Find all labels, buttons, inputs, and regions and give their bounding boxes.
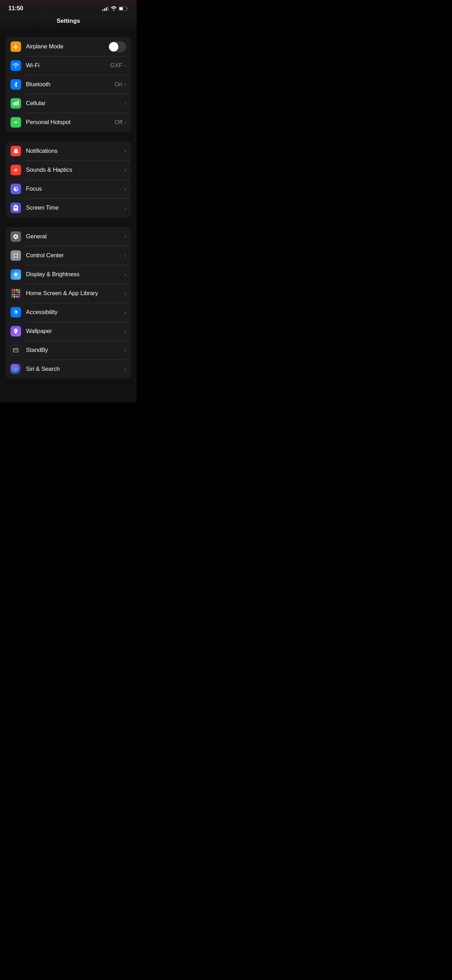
hotspot-icon	[11, 117, 21, 127]
standby-item[interactable]: StandBy ›	[6, 341, 131, 360]
screentime-icon	[11, 203, 21, 213]
hotspot-value: Off	[115, 119, 122, 126]
siri-item[interactable]: Siri & Search ›	[6, 360, 131, 379]
screentime-item[interactable]: Screen Time ›	[6, 198, 131, 217]
cellular-icon	[11, 98, 21, 109]
homescreen-item[interactable]: Home Screen & App Library ›	[6, 284, 131, 303]
hotspot-label: Personal Hotspot	[26, 119, 115, 126]
wifi-value: GXF	[110, 62, 122, 69]
display-item[interactable]: Display & Brightness ›	[6, 265, 131, 284]
siri-label: Siri & Search	[26, 366, 124, 372]
wallpaper-label: Wallpaper	[26, 328, 124, 335]
svg-rect-12	[13, 348, 18, 352]
general-item[interactable]: General ›	[6, 227, 131, 246]
siri-icon	[11, 364, 21, 374]
siri-chevron: ›	[124, 366, 126, 372]
notifications-item[interactable]: Notifications ›	[6, 142, 131, 161]
svg-rect-8	[16, 253, 16, 255]
airplane-mode-toggle[interactable]	[108, 41, 126, 52]
display-icon	[11, 269, 21, 280]
svg-point-13	[14, 349, 16, 350]
wifi-icon	[11, 60, 21, 71]
wallpaper-item[interactable]: Wallpaper ›	[6, 322, 131, 341]
accessibility-chevron: ›	[124, 310, 126, 315]
focus-label: Focus	[26, 185, 124, 192]
notifications-group: Notifications › Sounds & Haptics ›	[6, 142, 131, 217]
cellular-label: Cellular	[26, 100, 124, 107]
display-chevron: ›	[124, 272, 126, 277]
svg-point-5	[17, 256, 18, 258]
airplane-mode-label: Airplane Mode	[26, 43, 108, 50]
cellular-item[interactable]: Cellular ›	[6, 94, 131, 113]
controlcenter-label: Control Center	[26, 252, 124, 259]
focus-chevron: ›	[124, 186, 126, 192]
focus-icon	[11, 184, 21, 194]
notifications-chevron: ›	[124, 148, 126, 154]
standby-label: StandBy	[26, 347, 124, 354]
wifi-status-icon	[111, 6, 117, 11]
wallpaper-chevron: ›	[124, 328, 126, 334]
wifi-chevron: ›	[124, 63, 126, 68]
status-icons	[102, 6, 128, 11]
screentime-chevron: ›	[124, 205, 126, 211]
sounds-chevron: ›	[124, 167, 126, 173]
homescreen-label: Home Screen & App Library	[26, 290, 124, 297]
sounds-label: Sounds & Haptics	[26, 167, 124, 173]
svg-rect-14	[16, 349, 18, 350]
controlcenter-chevron: ›	[124, 253, 126, 258]
bluetooth-item[interactable]: Bluetooth On ›	[6, 75, 131, 94]
bluetooth-label: Bluetooth	[26, 81, 115, 88]
display-label: Display & Brightness	[26, 271, 124, 278]
page-title: Settings	[0, 15, 137, 30]
connectivity-group: Airplane Mode Wi-Fi GXF › Bluetooth On	[6, 37, 131, 132]
wifi-label: Wi-Fi	[26, 62, 110, 69]
controlcenter-item[interactable]: Control Center ›	[6, 246, 131, 265]
signal-icon	[102, 6, 108, 11]
controlcenter-icon	[11, 250, 21, 261]
svg-point-11	[16, 310, 16, 311]
status-time: 11:50	[8, 5, 23, 12]
general-icon	[11, 231, 21, 242]
svg-point-2	[14, 253, 15, 255]
accessibility-item[interactable]: Accessibility ›	[6, 303, 131, 322]
svg-rect-6	[14, 255, 15, 256]
notifications-label: Notifications	[26, 148, 124, 154]
svg-rect-7	[17, 255, 18, 256]
svg-point-3	[17, 253, 18, 255]
airplane-mode-item[interactable]: Airplane Mode	[6, 37, 131, 56]
svg-rect-9	[16, 256, 16, 258]
sounds-item[interactable]: Sounds & Haptics ›	[6, 161, 131, 180]
cellular-chevron: ›	[124, 100, 126, 106]
svg-rect-15	[16, 350, 17, 350]
bluetooth-icon	[11, 79, 21, 90]
standby-icon	[11, 345, 21, 355]
accessibility-icon	[11, 307, 21, 318]
svg-point-4	[14, 256, 15, 258]
focus-item[interactable]: Focus ›	[6, 180, 131, 198]
accessibility-label: Accessibility	[26, 309, 124, 316]
homescreen-icon	[11, 288, 21, 299]
hotspot-item[interactable]: Personal Hotspot Off ›	[6, 113, 131, 132]
hotspot-chevron: ›	[124, 119, 126, 125]
screentime-label: Screen Time	[26, 204, 124, 212]
svg-rect-1	[119, 7, 123, 10]
standby-chevron: ›	[124, 347, 126, 353]
bluetooth-chevron: ›	[124, 82, 126, 87]
wifi-item[interactable]: Wi-Fi GXF ›	[6, 56, 131, 75]
notifications-icon	[11, 146, 21, 156]
sounds-icon	[11, 165, 21, 175]
status-bar: 11:50	[0, 0, 137, 15]
airplane-mode-icon	[11, 41, 21, 52]
general-chevron: ›	[124, 234, 126, 239]
wallpaper-icon	[11, 326, 21, 336]
bluetooth-value: On	[115, 81, 123, 88]
battery-icon	[119, 6, 128, 11]
homescreen-chevron: ›	[124, 291, 126, 296]
display-group: General › Control Center ›	[6, 227, 131, 379]
general-label: General	[26, 233, 124, 240]
